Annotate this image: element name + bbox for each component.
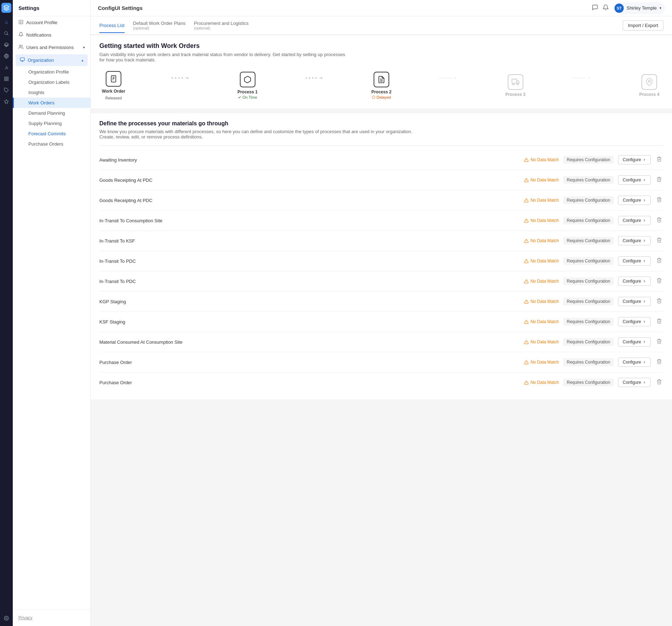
process-2-status: Delayed [372,95,391,99]
sidebar-item-notifications[interactable]: Notifications [13,29,90,41]
configure-button-3[interactable]: Configure [618,216,651,225]
delete-button-2[interactable] [655,195,663,205]
no-data-match-4: No Data Match [524,238,559,243]
divider [99,145,663,146]
process-name-7: KGP Staging [99,299,520,304]
svg-point-16 [20,45,21,47]
process-rows-container: Awaiting Inventory No Data Match Require… [99,150,663,392]
table-row: KSF Staging No Data Match Requires Confi… [99,312,663,332]
tab-process-list[interactable]: Process List [99,18,125,33]
account-profile-icon [18,20,23,26]
sidebar-sub-supply-planning[interactable]: Supply Planning [13,118,90,129]
users-chevron-icon: ▾ [83,45,85,49]
process-name-10: Purchase Order [99,360,520,365]
requires-config-9: Requires Configuration [563,338,614,346]
delete-button-6[interactable] [655,276,663,286]
no-data-match-10: No Data Match [524,360,559,365]
sidebar-item-account-profile[interactable]: Account Profile [13,16,90,29]
nav-chart-icon[interactable] [1,62,11,72]
configure-button-7[interactable]: Configure [618,297,651,306]
sidebar-sub-org-labels[interactable]: Organization Labels [13,77,90,87]
arrow-dashes-3: - - - - → [440,75,457,80]
table-row: KGP Staging No Data Match Requires Confi… [99,292,663,312]
delete-button-8[interactable] [655,317,663,327]
table-row: Material Consumed At Consumption Site No… [99,332,663,352]
getting-started-title: Getting started with Work Orders [99,42,663,50]
content-area: Process List Default Work Order Plans (o… [91,16,672,626]
configure-button-9[interactable]: Configure [618,337,651,347]
work-order-label: Work Order [102,89,125,94]
delete-button-7[interactable] [655,296,663,306]
no-data-match-1: No Data Match [524,178,559,183]
tab-procurement-logistics-subtitle: (optional) [194,26,249,30]
delete-button-9[interactable] [655,337,663,347]
svg-point-30 [512,83,514,85]
import-export-button[interactable]: Import / Export [623,20,663,31]
configure-button-1[interactable]: Configure [618,175,651,185]
delete-button-4[interactable] [655,236,663,246]
organization-icon [20,57,25,63]
sidebar-item-users-permissions[interactable]: Users and Permissions ▾ [13,41,90,54]
sidebar-sub-work-orders-label: Work Orders [28,100,54,105]
delete-button-5[interactable] [655,256,663,266]
process-2-icon [374,72,389,87]
nav-home-icon[interactable]: ⌂ [1,17,11,27]
privacy-label[interactable]: Privacy [18,615,32,620]
tab-default-work-order[interactable]: Default Work Order Plans (optional) [133,16,186,35]
sidebar-sub-insights[interactable]: Insights [13,87,90,98]
delete-button-11[interactable] [655,377,663,387]
nav-settings-icon[interactable] [1,613,11,623]
icon-bar: ⌂ [0,0,13,626]
nav-layers-icon[interactable] [1,40,11,50]
bell-icon[interactable] [602,4,609,12]
no-data-match-7: No Data Match [524,299,559,304]
svg-rect-9 [7,77,8,78]
process-step-3: Process 3 [501,74,530,97]
sidebar-sub-work-orders[interactable]: Work Orders [13,98,90,108]
sidebar-sub-demand-planning[interactable]: Demand Planning [13,108,90,118]
configure-button-11[interactable]: Configure [618,378,651,387]
configure-button-4[interactable]: Configure [618,236,651,245]
sidebar-item-organization[interactable]: Organization ▴ [16,54,88,66]
process-name-8: KSF Staging [99,319,520,325]
delete-button-0[interactable] [655,155,663,165]
chat-icon[interactable] [592,4,598,12]
tab-process-list-label: Process List [99,23,125,28]
topbar-title: ConfigUI Settings [98,5,588,11]
sidebar-sub-purchase-orders[interactable]: Purchase Orders [13,139,90,149]
table-row: In-Transit To PDC No Data Match Requires… [99,271,663,292]
configure-button-8[interactable]: Configure [618,317,651,326]
configure-button-5[interactable]: Configure [618,256,651,266]
organization-chevron-icon: ▴ [82,58,83,62]
delete-button-10[interactable] [655,357,663,367]
notifications-icon [18,32,23,38]
no-data-match-6: No Data Match [524,279,559,284]
sidebar-sub-forecast-commits[interactable]: Forecast Commits [13,129,90,139]
configure-button-0[interactable]: Configure [618,155,651,164]
svg-rect-8 [5,77,6,78]
table-row: Goods Receipting At PDC No Data Match Re… [99,170,663,190]
process-step-1: Process 1 On Time [233,72,262,99]
delete-button-1[interactable] [655,175,663,185]
user-menu[interactable]: ST Shirley Temple ▾ [613,2,665,14]
configure-button-10[interactable]: Configure [618,358,651,367]
table-row: Goods Receipting At PDC No Data Match Re… [99,190,663,211]
app-logo[interactable] [1,3,11,13]
tab-procurement-logistics[interactable]: Procurement and Logistics (optional) [194,16,249,35]
nav-star-icon[interactable] [1,97,11,107]
no-data-match-8: No Data Match [524,319,559,324]
process-name-3: In-Transit To Consumption Site [99,218,520,223]
delete-button-3[interactable] [655,216,663,225]
getting-started-section: Getting started with Work Orders Gain vi… [91,35,672,109]
arrow-2: - - - - → [262,75,368,87]
nav-grid-icon[interactable] [1,74,11,84]
nav-tag-icon[interactable] [1,85,11,95]
sidebar-sub-org-profile[interactable]: Organization Profile [13,67,90,77]
work-order-sublabel: Released [105,96,122,100]
no-data-match-11: No Data Match [524,380,559,385]
nav-search-icon[interactable] [1,28,11,38]
configure-button-6[interactable]: Configure [618,277,651,286]
configure-button-2[interactable]: Configure [618,196,651,205]
tab-procurement-logistics-label: Procurement and Logistics [194,21,249,26]
nav-globe-icon[interactable] [1,51,11,61]
